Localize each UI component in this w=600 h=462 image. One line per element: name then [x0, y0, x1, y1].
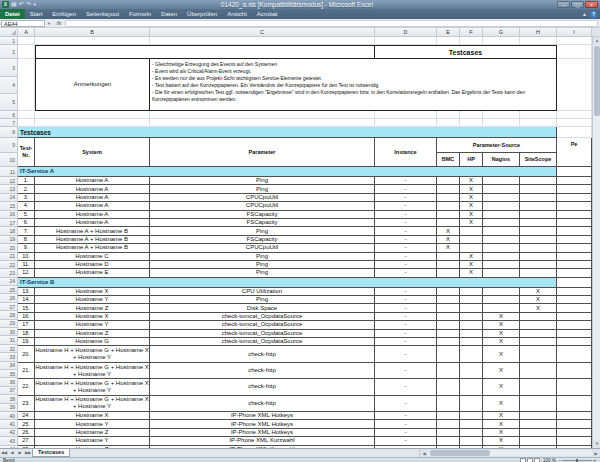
- cell-instance[interactable]: -: [375, 296, 437, 304]
- cell-instance[interactable]: -: [375, 269, 437, 277]
- cell-source-hp[interactable]: [460, 304, 483, 312]
- cell-parameter[interactable]: FSCapacity: [150, 236, 375, 244]
- cell-system[interactable]: Hostname X: [35, 412, 150, 420]
- ribbon-tab-file[interactable]: Datei: [0, 9, 25, 19]
- cell-source-bmc[interactable]: X: [437, 236, 460, 244]
- cell-source-nagios[interactable]: X: [483, 346, 520, 362]
- cell[interactable]: [150, 111, 375, 119]
- scroll-left-icon[interactable]: ◀: [420, 451, 428, 456]
- zoom-slider-track[interactable]: [562, 460, 592, 461]
- cell-source-sitescope[interactable]: [520, 211, 557, 219]
- cell-source-sitescope[interactable]: [520, 321, 557, 329]
- cell-source-sitescope[interactable]: [520, 313, 557, 321]
- scroll-down-icon[interactable]: ▼: [593, 440, 600, 448]
- cell-system[interactable]: Hostname H + Hostname G + Hostname X + H…: [35, 396, 150, 412]
- cell-source-bmc[interactable]: [437, 304, 460, 312]
- cell[interactable]: [35, 111, 150, 119]
- cell-source-nagios[interactable]: X: [483, 412, 520, 420]
- cell-source-bmc[interactable]: [437, 330, 460, 338]
- cell-system[interactable]: Hostname A: [35, 211, 150, 219]
- cell-source-bmc[interactable]: [437, 429, 460, 437]
- cell-testnr[interactable]: 26.: [18, 429, 35, 437]
- cell-instance[interactable]: -: [375, 363, 437, 379]
- scroll-right-icon[interactable]: ▶: [592, 451, 600, 456]
- cell-testnr[interactable]: 22.: [18, 379, 35, 395]
- row-header[interactable]: 27: [0, 303, 18, 311]
- cell-parameter[interactable]: CPU Utilization: [150, 288, 375, 296]
- cell-source-bmc[interactable]: X: [437, 244, 460, 252]
- cell-source-sitescope[interactable]: X: [520, 288, 557, 296]
- cell[interactable]: [375, 111, 437, 119]
- row-header[interactable]: 40: [0, 412, 18, 420]
- ribbon-tab-überprüfen[interactable]: Überprüfen: [182, 9, 222, 19]
- cell[interactable]: [557, 111, 592, 119]
- row-header[interactable]: 31: [0, 336, 18, 344]
- cell[interactable]: [557, 288, 592, 296]
- cell[interactable]: [557, 261, 592, 269]
- cell[interactable]: [557, 253, 592, 261]
- header-source-bmc[interactable]: BMC: [437, 153, 460, 167]
- help-icon[interactable]: ?: [590, 11, 597, 18]
- cell-source-sitescope[interactable]: [520, 219, 557, 227]
- row-header[interactable]: 10: [0, 153, 18, 167]
- cell-parameter[interactable]: Ping: [150, 296, 375, 304]
- cell-instance[interactable]: -: [375, 211, 437, 219]
- page-break-view-icon[interactable]: [534, 458, 540, 462]
- cell[interactable]: [35, 37, 150, 45]
- cell-source-hp[interactable]: [460, 288, 483, 296]
- cell-source-hp[interactable]: [460, 313, 483, 321]
- cell-source-nagios[interactable]: [483, 261, 520, 269]
- cell-testnr[interactable]: 1.: [18, 177, 35, 185]
- header-source-nagios[interactable]: Nagios: [483, 153, 520, 167]
- cell-testnr[interactable]: 5.: [18, 211, 35, 219]
- cell-instance[interactable]: -: [375, 244, 437, 252]
- cell-testnr[interactable]: 20.: [18, 346, 35, 362]
- cell[interactable]: [557, 177, 592, 185]
- cell-source-hp[interactable]: [460, 330, 483, 338]
- cell-testnr[interactable]: 14.: [18, 296, 35, 304]
- header-parameter-source[interactable]: Parameter-Source: [437, 138, 557, 153]
- cell-source-nagios[interactable]: [483, 269, 520, 277]
- cell-instance[interactable]: -: [375, 304, 437, 312]
- cell-source-hp[interactable]: [460, 420, 483, 428]
- ribbon-tab-seitenlayout[interactable]: Seitenlayout: [81, 9, 124, 19]
- row-header[interactable]: 4: [0, 77, 18, 94]
- cell-source-sitescope[interactable]: [520, 429, 557, 437]
- cell-instance[interactable]: -: [375, 396, 437, 412]
- row-header[interactable]: 15: [0, 202, 18, 210]
- cell-testnr[interactable]: 7.: [18, 227, 35, 235]
- tab-nav-first-icon[interactable]: ◀◀: [0, 449, 8, 457]
- zoom-slider-knob[interactable]: [576, 459, 578, 462]
- row-header[interactable]: 18: [0, 227, 18, 235]
- ribbon-tab-acrobat[interactable]: Acrobat: [252, 9, 283, 19]
- scroll-up-icon[interactable]: ▲: [593, 37, 600, 45]
- cell[interactable]: [520, 37, 557, 45]
- cell-instance[interactable]: -: [375, 313, 437, 321]
- cell[interactable]: [557, 45, 592, 59]
- cell-source-sitescope[interactable]: [520, 194, 557, 202]
- cell-source-sitescope[interactable]: [520, 253, 557, 261]
- cell-source-bmc[interactable]: [437, 338, 460, 346]
- cell-source-sitescope[interactable]: [520, 379, 557, 395]
- cell-parameter[interactable]: check-http: [150, 379, 375, 395]
- cell-instance[interactable]: -: [375, 202, 437, 210]
- column-header-G[interactable]: G: [483, 28, 520, 37]
- cell-source-bmc[interactable]: [437, 202, 460, 210]
- cell-testnr[interactable]: 10.: [18, 253, 35, 261]
- cell-source-bmc[interactable]: [437, 185, 460, 193]
- row-header[interactable]: 6: [0, 111, 18, 119]
- row-header[interactable]: 5: [0, 94, 18, 111]
- column-header-I[interactable]: I: [557, 28, 592, 37]
- cell-testnr[interactable]: 27.: [18, 437, 35, 445]
- cell-source-nagios[interactable]: X: [483, 330, 520, 338]
- row-header[interactable]: 9: [0, 138, 18, 153]
- cell-system[interactable]: Hostname E: [35, 269, 150, 277]
- cell-source-nagios[interactable]: X: [483, 313, 520, 321]
- cell-parameter[interactable]: Ping: [150, 185, 375, 193]
- redo-icon[interactable]: ↷: [26, 0, 31, 9]
- cell-source-nagios[interactable]: X: [483, 363, 520, 379]
- cell-instance[interactable]: -: [375, 288, 437, 296]
- header-source-sitescope[interactable]: SiteScope: [520, 153, 557, 167]
- cell-system[interactable]: Hostname D: [35, 261, 150, 269]
- cell[interactable]: [18, 59, 35, 111]
